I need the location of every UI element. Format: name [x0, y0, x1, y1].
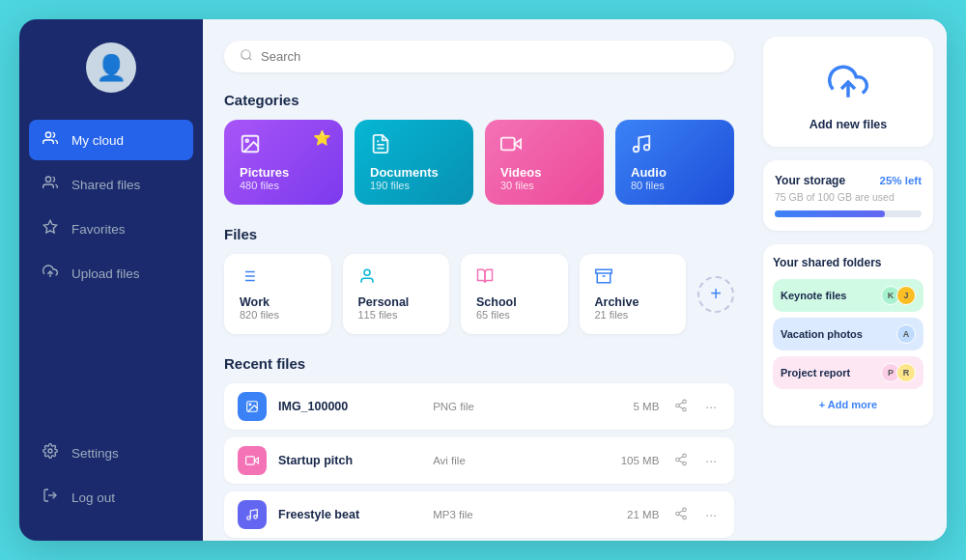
sidebar-item-label: Upload files — [71, 266, 140, 281]
main-inner: Categories ⭐ Pictures 480 files — [203, 19, 947, 541]
file-name: IMG_100000 — [278, 400, 421, 413]
sidebar-item-shared-files[interactable]: Shared files — [19, 164, 203, 205]
shared-files-icon — [41, 175, 60, 194]
cat-count: 80 files — [631, 180, 719, 191]
recent-file-row: Startup pitch Avi file 105 MB ··· — [224, 437, 734, 484]
app-container: 👤 My cloud Shared files Favorites — [19, 19, 947, 541]
archive-folder-icon — [595, 267, 671, 290]
svg-point-42 — [676, 512, 680, 516]
avatar: 👤 — [86, 42, 136, 93]
storage-bar-background — [775, 210, 922, 217]
file-card-personal[interactable]: Personal 115 files — [343, 254, 450, 334]
storage-percent: 25% left — [880, 175, 922, 186]
recent-files-title: Recent files — [224, 355, 734, 372]
category-card-documents[interactable]: Documents 190 files — [355, 120, 473, 205]
svg-point-0 — [45, 132, 50, 137]
svg-point-35 — [676, 458, 680, 462]
file-size: 5 MB — [564, 401, 660, 412]
sidebar-item-logout[interactable]: Log out — [19, 477, 203, 518]
svg-marker-12 — [515, 139, 521, 148]
svg-line-45 — [679, 510, 683, 512]
sidebar-item-label: Settings — [71, 446, 119, 461]
file-count: 21 files — [595, 309, 671, 321]
avatar-a: A — [896, 324, 916, 344]
add-more-button[interactable]: + Add more — [773, 395, 923, 414]
sidebar-item-label: Log out — [71, 490, 115, 505]
file-count: 65 files — [476, 309, 553, 321]
school-folder-icon — [476, 267, 553, 290]
file-name: Personal — [358, 295, 435, 309]
content-area: Categories ⭐ Pictures 480 files — [203, 19, 753, 541]
svg-rect-23 — [595, 269, 611, 273]
sidebar-item-settings[interactable]: Settings — [19, 433, 203, 473]
svg-marker-32 — [254, 458, 258, 463]
more-button[interactable]: ··· — [701, 397, 721, 416]
add-folder-button[interactable]: + — [697, 276, 734, 313]
svg-point-40 — [254, 516, 258, 519]
storage-bar-fill — [775, 210, 885, 217]
search-bar[interactable] — [224, 41, 734, 72]
sidebar-item-upload-files[interactable]: Upload files — [19, 253, 203, 294]
files-title: Files — [224, 226, 734, 242]
cat-name: Documents — [370, 165, 458, 180]
file-card-work[interactable]: Work 820 files — [224, 254, 331, 334]
cat-name: Videos — [500, 165, 588, 180]
svg-point-15 — [644, 145, 650, 151]
sidebar-item-my-cloud[interactable]: My cloud — [29, 120, 193, 160]
add-files-card[interactable]: Add new files — [763, 37, 933, 147]
file-type-icon — [238, 446, 267, 475]
shared-folder-vacation[interactable]: Vacation photos A — [773, 318, 923, 350]
category-card-videos[interactable]: Videos 30 files — [485, 120, 604, 205]
storage-section: Your storage 25% left 75 GB of 100 GB ar… — [763, 160, 933, 231]
svg-point-29 — [683, 407, 687, 411]
search-icon — [240, 48, 253, 65]
svg-point-39 — [247, 517, 251, 520]
svg-marker-2 — [43, 220, 56, 233]
file-card-school[interactable]: School 65 files — [461, 254, 568, 334]
sidebar: 👤 My cloud Shared files Favorites — [19, 19, 203, 541]
logout-icon — [41, 488, 60, 507]
svg-line-38 — [679, 456, 683, 458]
files-grid: Work 820 files Personal 115 files — [224, 254, 734, 334]
more-button[interactable]: ··· — [701, 505, 721, 524]
folder-name: Project report — [781, 367, 850, 378]
file-size: 105 MB — [564, 455, 660, 466]
sidebar-item-label: Favorites — [71, 222, 126, 237]
avatar-r: R — [896, 363, 916, 382]
more-button[interactable]: ··· — [701, 451, 721, 470]
svg-point-1 — [45, 177, 50, 182]
recent-file-row: IMG_100000 PNG file 5 MB ··· — [224, 383, 734, 430]
work-folder-icon — [240, 267, 316, 290]
svg-rect-33 — [246, 457, 255, 464]
svg-point-36 — [683, 462, 687, 465]
avatar-area: 👤 — [19, 42, 203, 93]
share-button[interactable] — [670, 397, 692, 417]
favorites-icon — [41, 219, 60, 238]
file-card-archive[interactable]: Archive 21 files — [580, 254, 687, 334]
shared-folder-project[interactable]: Project report P R — [773, 356, 923, 389]
categories-title: Categories — [224, 92, 734, 108]
share-button[interactable] — [670, 505, 692, 525]
svg-point-28 — [676, 404, 680, 407]
file-actions: ··· — [670, 505, 721, 525]
file-count: 820 files — [240, 309, 316, 321]
file-type-icon — [238, 392, 267, 421]
search-input[interactable] — [261, 49, 719, 64]
svg-line-37 — [679, 460, 683, 462]
upload-files-icon — [41, 264, 60, 283]
sidebar-item-favorites[interactable]: Favorites — [19, 209, 203, 249]
share-button[interactable] — [670, 451, 692, 471]
category-card-pictures[interactable]: ⭐ Pictures 480 files — [224, 120, 343, 205]
folder-name: Keynote files — [781, 290, 846, 301]
shared-folder-keynote[interactable]: Keynote files K J — [773, 279, 923, 312]
svg-point-9 — [245, 139, 248, 142]
file-type: Avi file — [433, 455, 552, 466]
cat-name: Audio — [631, 165, 719, 180]
file-type-icon — [238, 500, 267, 529]
file-count: 115 files — [358, 309, 435, 321]
add-files-label: Add new files — [810, 118, 888, 131]
svg-line-31 — [679, 402, 683, 404]
folder-avatars: A — [896, 324, 916, 344]
avatar-j: J — [896, 286, 916, 305]
category-card-audio[interactable]: Audio 80 files — [615, 120, 734, 205]
